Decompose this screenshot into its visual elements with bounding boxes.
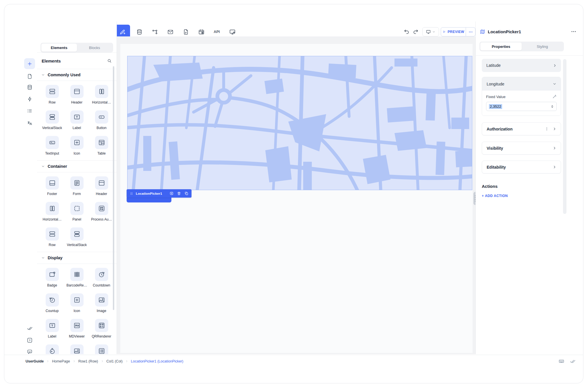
chevron-down-icon [552,82,557,86]
chevron-right-icon [46,360,49,363]
element-tile[interactable]: MDViewer [65,319,89,339]
chevron-right-icon [101,360,104,363]
element-tile[interactable]: Process Au… [89,202,114,222]
selected-component-label: LocationPicker1 [136,192,162,195]
inspector-scrollbar[interactable] [563,59,566,214]
checks-icon[interactable] [570,358,576,364]
inspector-tab[interactable]: Styling [522,42,563,50]
element-tile[interactable]: Countdown [89,268,114,288]
element-tile[interactable]: Header [89,176,114,196]
inspector-menu-icon[interactable] [570,28,577,35]
element-tile[interactable]: Icon [65,293,89,313]
drag-handle-icon[interactable] [129,191,134,196]
element-tile[interactable]: Table [89,136,114,156]
rail-item[interactable] [24,82,35,93]
canvas-area: LocationPicker1 [117,36,475,354]
rail-item[interactable] [24,93,35,104]
element-tile[interactable]: TextInput [40,136,65,156]
undo-icon[interactable] [403,28,410,35]
element-tile[interactable]: Button [89,110,114,130]
element-grid-commonly-used: Row Header Horizontal… VerticalStack Lab… [37,81,117,160]
locationpicker-component[interactable] [127,56,472,190]
chevron-down-icon [41,164,45,168]
elements-panel-scrollbar[interactable] [113,66,114,310]
element-tile[interactable]: Label [40,319,65,339]
artboard[interactable]: LocationPicker1 [120,44,473,353]
element-tile[interactable]: Badge [40,268,65,288]
actions-title: Actions [482,184,561,189]
rail-item[interactable] [24,71,35,82]
delete-icon[interactable] [177,191,181,196]
element-tile[interactable]: Row [40,85,65,105]
element-tile[interactable]: Panel [65,202,89,222]
element-tile[interactable]: Label [65,110,89,130]
breadcrumb-item[interactable]: Col1 (Col) [107,359,128,363]
rail-item[interactable] [24,323,35,334]
breadcrumb-item[interactable]: LocationPicker1 (LocationPicker) [131,359,183,363]
section-header-commonly-used[interactable]: Commonly Used [37,69,117,81]
chevron-down-icon [41,73,45,77]
element-tile[interactable]: Footer [40,176,65,196]
rail-item[interactable] [24,58,35,69]
chevron-right-icon [552,127,557,131]
breadcrumb-item[interactable]: Row1 (Row) [78,359,104,363]
preview-button[interactable]: PREVIEW [441,27,466,36]
status-bar: UserGuide HomePage Row1 (Row) Col1 (Col)… [4,355,583,367]
rail-item[interactable] [24,118,35,128]
elements-panel-tabs: ElementsBlocks [40,43,113,52]
element-tile[interactable]: BarcodeRe… [65,268,89,288]
inspector-header: LocationPicker1 [480,28,577,35]
preview-more-button[interactable] [466,27,475,36]
duplicate-icon[interactable] [184,191,189,196]
elements-title-row: Elements [37,53,117,69]
element-tile[interactable]: Icon [65,136,89,156]
element-tile[interactable]: VerticalStack [40,110,65,130]
add-action-button[interactable]: + ADD ACTION [482,194,561,198]
element-tile[interactable]: Image [89,293,114,313]
section-longitude-header[interactable]: Longitude [482,77,561,91]
device-select[interactable] [422,27,439,36]
inspector-tab[interactable]: Properties [480,42,522,50]
breadcrumb-item[interactable]: HomePage [52,359,76,363]
element-tile[interactable]: Header [65,85,89,105]
element-tile[interactable]: Form [65,176,89,196]
element-tile[interactable]: Horizontal… [40,202,65,222]
chevron-down-icon [432,30,436,34]
section-latitude[interactable]: Latitude [482,59,561,72]
history-controls [403,28,419,35]
play-icon [442,30,446,34]
chevron-right-icon [125,360,128,363]
element-tile[interactable]: VerticalStack [65,227,89,247]
element-tile[interactable]: Countup [40,293,65,313]
element-tile[interactable] [89,344,114,354]
section-editability[interactable]: Editability [482,161,561,173]
panel-tab[interactable]: Elements [41,44,77,52]
element-tile[interactable] [40,344,65,354]
section-header-container[interactable]: Container [37,161,117,172]
keyboard-shortcuts-icon[interactable] [558,358,564,364]
element-tile[interactable]: Horizontal… [89,85,114,105]
fx-wand-icon[interactable] [552,94,557,99]
panel-tab[interactable]: Blocks [77,44,113,52]
search-icon[interactable] [107,58,112,63]
element-tile[interactable]: Row [40,227,65,247]
element-tile[interactable]: QRRenderer [89,319,114,339]
section-header-display[interactable]: Display [37,252,117,264]
add-to-container-icon[interactable] [169,191,174,196]
longitude-value-input[interactable]: 2,3522 [486,102,557,111]
ellipsis-icon [468,30,473,34]
number-stepper-icon[interactable] [550,104,554,109]
breadcrumb-item[interactable]: UserGuide [26,359,49,363]
section-visibility[interactable]: Visibility [482,142,561,155]
element-tile[interactable] [65,344,89,354]
kebab-menu-icon[interactable] [545,127,549,131]
element-grid-display: Badge BarcodeRe… Countdown Countup Icon … [37,264,117,354]
redo-icon[interactable] [412,28,419,35]
section-authorization[interactable]: Authorization [482,122,561,135]
monitor-icon [426,29,431,34]
app-window: UserGuide UserGuide [4,4,583,383]
rail-item[interactable] [24,335,35,346]
elements-panel: ElementsBlocks Elements Commonly Used Ro… [37,22,117,354]
breadcrumb: UserGuide HomePage Row1 (Row) Col1 (Col)… [26,359,183,363]
rail-item[interactable] [24,105,35,116]
